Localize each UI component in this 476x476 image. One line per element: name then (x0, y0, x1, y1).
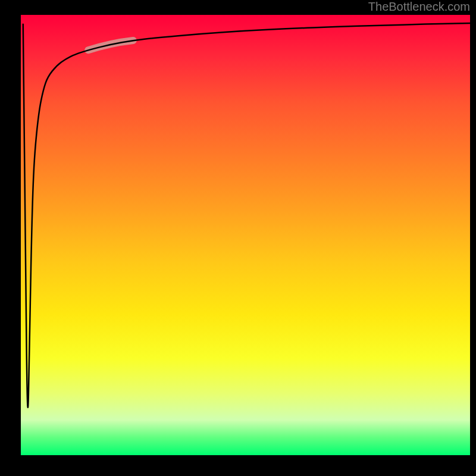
watermark-label: TheBottleneck.com (368, 0, 470, 14)
plot-background-gradient (21, 15, 470, 455)
chart-container: TheBottleneck.com (0, 0, 476, 476)
